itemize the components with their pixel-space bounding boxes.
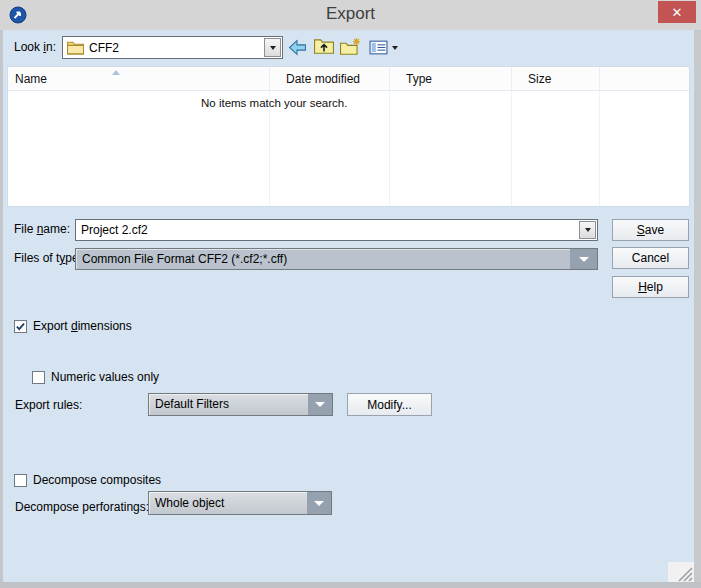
numeric-values-only-checkbox[interactable] xyxy=(32,371,45,384)
back-button[interactable] xyxy=(288,39,307,56)
chevron-down-icon xyxy=(392,46,398,50)
chevron-down-icon xyxy=(579,257,589,262)
look-in-combobox[interactable]: CFF2 xyxy=(62,36,283,59)
export-rules-value: Default Filters xyxy=(155,397,229,411)
decompose-perforatings-dropdown-button[interactable] xyxy=(307,492,331,514)
sort-ascending-icon xyxy=(112,70,120,75)
decompose-perforatings-label: Decompose perforatings: xyxy=(15,501,149,514)
look-in-label: Look in: xyxy=(14,41,56,54)
export-dialog: Export ✕ Look in: CFF2 xyxy=(0,0,701,588)
list-column-body xyxy=(390,91,512,206)
column-header-size[interactable]: Size xyxy=(512,67,600,90)
files-of-type-dropdown-button[interactable] xyxy=(570,249,597,269)
file-name-label: File name: xyxy=(14,223,70,236)
column-header-type[interactable]: Type xyxy=(390,67,512,90)
decompose-perforatings-value: Whole object xyxy=(155,496,224,510)
checkmark-icon xyxy=(15,321,26,332)
file-list[interactable]: Name Date modified Type Size xyxy=(7,66,690,207)
export-dimensions-checkbox[interactable] xyxy=(14,320,27,333)
decompose-perforatings-combobox[interactable]: Whole object xyxy=(148,491,332,515)
export-rules-combobox[interactable]: Default Filters xyxy=(148,393,333,416)
column-header-name[interactable]: Name xyxy=(8,67,270,90)
close-button[interactable]: ✕ xyxy=(658,1,696,23)
file-name-input[interactable] xyxy=(75,219,598,241)
back-arrow-icon xyxy=(288,39,307,56)
chevron-down-icon xyxy=(585,228,591,232)
titlebar[interactable]: Export ✕ xyxy=(0,0,701,30)
look-in-value: CFF2 xyxy=(89,41,119,55)
column-header-date-modified[interactable]: Date modified xyxy=(270,67,390,90)
empty-list-message: No items match your search. xyxy=(201,97,347,109)
list-column-body xyxy=(512,91,600,206)
export-rules-label: Export rules: xyxy=(15,399,82,412)
chevron-down-icon xyxy=(270,46,276,50)
new-folder-button[interactable] xyxy=(340,37,362,56)
view-menu-button[interactable] xyxy=(369,39,398,56)
chevron-down-icon xyxy=(315,402,325,407)
file-list-body[interactable] xyxy=(8,91,689,206)
folder-icon xyxy=(67,40,84,55)
new-folder-icon xyxy=(340,37,362,56)
window-title: Export xyxy=(0,4,701,24)
close-icon: ✕ xyxy=(672,5,683,20)
save-button[interactable]: Save xyxy=(612,219,689,241)
file-name-dropdown-button[interactable] xyxy=(579,221,596,239)
view-menu-icon xyxy=(369,39,388,56)
help-button[interactable]: Help xyxy=(612,276,689,298)
column-header-blank xyxy=(600,67,689,90)
export-dimensions-label: Export dimensions xyxy=(33,320,132,333)
cancel-button[interactable]: Cancel xyxy=(612,247,689,269)
look-in-dropdown-button[interactable] xyxy=(264,38,281,57)
window-border-bottom xyxy=(0,582,701,588)
files-of-type-label: Files of type: xyxy=(14,252,82,265)
modify-button[interactable]: Modify... xyxy=(347,393,432,416)
decompose-composites-checkbox[interactable] xyxy=(14,474,27,487)
window-border-left xyxy=(0,30,3,588)
file-list-header: Name Date modified Type Size xyxy=(8,67,689,91)
chevron-down-icon xyxy=(314,501,324,506)
list-column-body xyxy=(600,91,689,206)
numeric-values-only-label: Numeric values only xyxy=(51,371,159,384)
files-of-type-combobox[interactable]: Common File Format CFF2 (*.cf2;*.cff) xyxy=(75,248,598,270)
up-one-level-button[interactable] xyxy=(314,37,334,55)
resize-grip[interactable] xyxy=(668,562,694,582)
decompose-composites-label: Decompose composites xyxy=(33,474,161,487)
up-one-level-icon xyxy=(314,37,334,55)
files-of-type-value: Common File Format CFF2 (*.cf2;*.cff) xyxy=(82,252,287,266)
export-rules-dropdown-button[interactable] xyxy=(308,394,332,415)
resize-grip-icon xyxy=(668,562,694,582)
window-border-right xyxy=(694,30,701,588)
